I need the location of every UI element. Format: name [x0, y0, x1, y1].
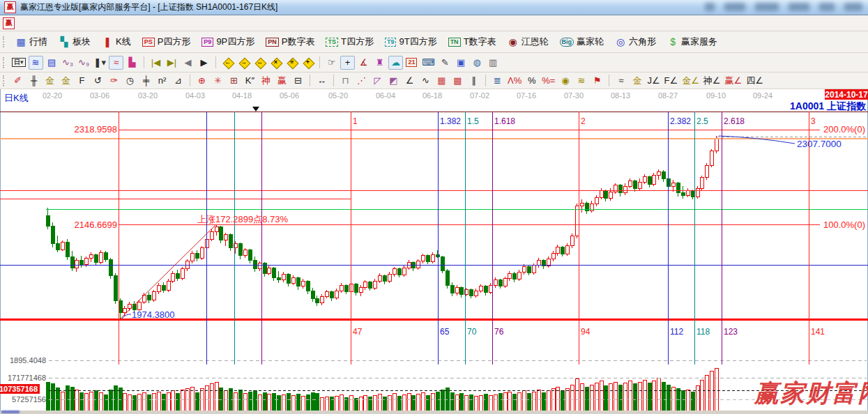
tb-note-button[interactable]: ▤: [45, 56, 59, 70]
tb-p-square-button[interactable]: PS P四方形: [137, 33, 196, 50]
tb-parallel-tool[interactable]: ∥: [466, 74, 481, 88]
tb-memo-button[interactable]: ✎: [438, 56, 452, 70]
tb-t-square-button[interactable]: TS T四方形: [321, 33, 378, 50]
tb-winner-service-button[interactable]: $ 赢家服务: [662, 33, 722, 50]
tb-percent-tool[interactable]: %: [524, 74, 539, 88]
tb-ying-grid-tool[interactable]: 赢: [275, 74, 289, 88]
tb-j-angle-tool[interactable]: J∠: [646, 74, 661, 88]
tb-wave3-button[interactable]: ∿₃: [61, 56, 75, 70]
menu-tools[interactable]: [86, 22, 98, 24]
tb-si-angle-tool[interactable]: 四∠: [745, 74, 765, 88]
tb-red-grid2-tool[interactable]: ▩: [450, 74, 465, 88]
tb-box-tool[interactable]: ⊓: [338, 74, 353, 88]
menu-trade[interactable]: [110, 22, 121, 24]
tb-ying-angle-tool[interactable]: 赢∠: [723, 74, 743, 88]
bottom-scroll-strip[interactable]: [0, 411, 868, 414]
tb-f-angle-tool[interactable]: F∠: [663, 74, 680, 88]
menu-window[interactable]: [98, 22, 109, 24]
tb-9t-square-button[interactable]: T9 9T四方形: [380, 33, 442, 50]
tb-last-bar-button[interactable]: ▶|: [165, 56, 179, 70]
blurred-control-icon[interactable]: [755, 3, 779, 11]
tb-gann-wheel-button[interactable]: ◉ 江恩轮: [503, 33, 554, 50]
tb-shen-angle-tool[interactable]: 神∠: [702, 74, 722, 88]
tb-n2-tool[interactable]: n²: [155, 74, 169, 88]
blurred-control-icon[interactable]: [724, 3, 745, 11]
tb-gold-lines-tool[interactable]: ≋: [574, 74, 588, 88]
tb-candle-style-dropdown[interactable]: ❚▾: [93, 56, 107, 70]
tb-9p-square-button[interactable]: P9 9P四方形: [197, 33, 259, 50]
tb-distribution-button[interactable]: ▙: [125, 56, 139, 70]
tb-gold-angle-tool[interactable]: 金∠: [680, 74, 701, 88]
tb-ruler123-tool[interactable]: ⊟: [291, 74, 305, 88]
tb-percent-tri-tool[interactable]: Λ%: [506, 74, 523, 88]
tb-quotes-button[interactable]: ▦ 行情: [10, 33, 52, 50]
tb-pan-right-button[interactable]: →: [236, 56, 251, 70]
blurred-control-icon[interactable]: [844, 3, 862, 11]
tb-curve-mode-button[interactable]: ≋: [29, 56, 43, 70]
tb-hand-button[interactable]: ☞: [324, 56, 339, 70]
tb-gold-scale1-tool[interactable]: 金: [43, 74, 57, 88]
tb-next-bar-button[interactable]: ▶: [197, 56, 211, 70]
tb-period-day-dropdown[interactable]: 日▾: [10, 56, 27, 70]
tb-pan-left-button[interactable]: ←: [220, 56, 235, 70]
tb-k-mark-tool[interactable]: K″: [243, 74, 257, 88]
tb-web-button[interactable]: ◍: [470, 56, 485, 70]
tb-sectors-button[interactable]: ▚ 板块: [54, 33, 96, 50]
tb-ruler-tool[interactable]: ╪: [139, 74, 153, 88]
tb-hexagon-button[interactable]: ◎ 六角形: [610, 33, 661, 50]
tb-t-table-button[interactable]: TN T数字表: [443, 33, 501, 50]
tb-kline-button[interactable]: ❚ K线: [97, 33, 136, 50]
tb-anchor-tool-button[interactable]: ♜: [372, 56, 387, 70]
tb-spiral-tool[interactable]: ↺: [91, 74, 105, 88]
tb-brush-tool[interactable]: ✐: [10, 74, 25, 88]
tb-prev-bar-button[interactable]: ◀: [181, 56, 195, 70]
window-controls-blurred[interactable]: [705, 3, 862, 11]
tb-shade-box-tool[interactable]: ◩: [386, 74, 401, 88]
tb-center-button[interactable]: +: [300, 56, 315, 70]
blurred-control-icon[interactable]: [819, 3, 835, 11]
tb-vol-profile-tool[interactable]: ≣: [490, 74, 505, 88]
tb-star-tool[interactable]: ✳: [211, 74, 225, 88]
tb-calculator-button[interactable]: ⌨: [420, 56, 436, 70]
tb-wave-rule-tool[interactable]: ≈: [614, 74, 628, 88]
tb-wave9-button[interactable]: ∿₉: [77, 56, 91, 70]
tb-f-scale-tool[interactable]: F: [75, 74, 89, 88]
tb-airbrush-tool[interactable]: ✑: [107, 74, 121, 88]
tb-gold-circle-tool[interactable]: ◉: [558, 74, 572, 88]
tb-crosshair-button[interactable]: +: [340, 56, 355, 70]
tb-gann-scale-tool[interactable]: ╫: [26, 74, 41, 88]
menu-news[interactable]: [39, 22, 50, 24]
toolbar-grip[interactable]: [3, 36, 6, 47]
tb-p-table-button[interactable]: PN P数字表: [261, 33, 319, 50]
tb-protractor-button[interactable]: ∡: [356, 56, 371, 70]
tb-gold-box-tool[interactable]: 金: [630, 74, 644, 88]
tb-red-wave-button[interactable]: ≈: [109, 56, 123, 70]
tb-zoom-out-button[interactable]: ×: [268, 56, 283, 70]
tb-save-button[interactable]: ▣: [454, 56, 469, 70]
tb-star-box-tool[interactable]: ⊞: [227, 74, 241, 88]
tb-calendar-button[interactable]: 21: [404, 56, 419, 70]
menu-settings[interactable]: [75, 22, 86, 24]
tb-gold-scale2-tool[interactable]: 金: [59, 74, 73, 88]
tb-time-cycle-tool[interactable]: ◷: [123, 74, 137, 88]
menu-formula-picker[interactable]: [63, 22, 74, 24]
tb-target-circle-tool[interactable]: ⊕: [195, 74, 209, 88]
blurred-control-icon[interactable]: [705, 3, 715, 11]
menu-gann[interactable]: [51, 22, 62, 24]
tb-first-bar-button[interactable]: |◀: [149, 56, 163, 70]
menu-browse[interactable]: [27, 22, 38, 24]
tb-remote-button[interactable]: ▥: [486, 56, 501, 70]
menu-file[interactable]: [15, 22, 26, 24]
tb-angle-lines-tool[interactable]: ∠: [402, 74, 417, 88]
tb-brain-button[interactable]: ☁: [388, 56, 403, 70]
blurred-control-icon[interactable]: [789, 3, 809, 11]
tb-zigzag-tool[interactable]: ∿: [418, 74, 433, 88]
tb-flag-tool[interactable]: ⚑: [590, 74, 604, 88]
tb-angle-meter-tool[interactable]: ⊿: [171, 74, 185, 88]
tb-winner-wheel-button[interactable]: Big 赢家轮: [555, 33, 609, 50]
tb-span-measure-tool[interactable]: ↔: [314, 74, 329, 88]
tb-zoom-h-button[interactable]: ↔: [252, 56, 267, 70]
tb-red-grid-tool[interactable]: ▦: [434, 74, 449, 88]
toolbar-grip[interactable]: [3, 75, 6, 86]
tb-percent-line-tool[interactable]: %=: [540, 74, 556, 88]
